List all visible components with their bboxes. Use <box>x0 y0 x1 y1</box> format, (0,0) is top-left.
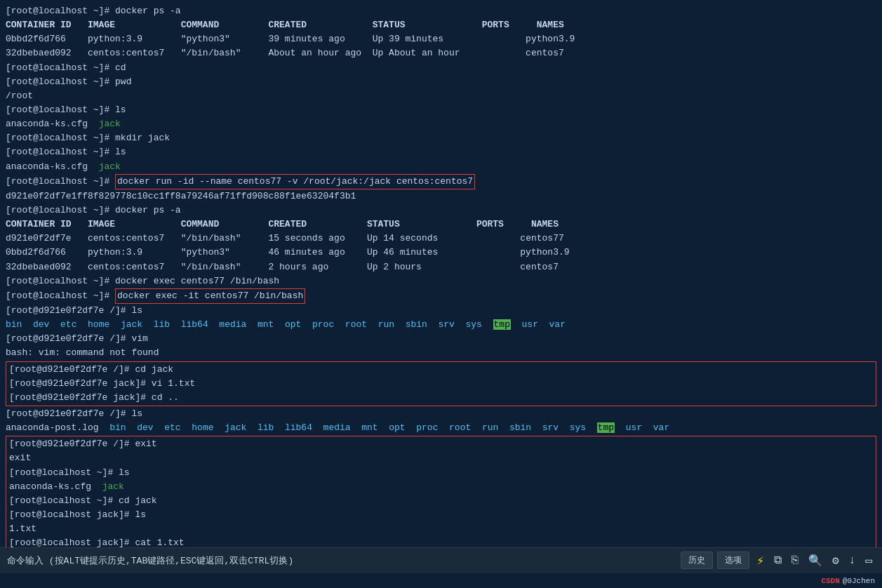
line-36: [root@localhost jack]# ls <box>9 508 873 522</box>
line-9: anaconda-ks.cfg jack <box>6 117 876 131</box>
line-23: bin dev etc home jack lib lib64 media mn… <box>6 318 876 332</box>
csdn-bar: CSDN @0Jchen <box>0 573 882 588</box>
line-12: anaconda-ks.cfg jack <box>6 160 876 174</box>
redbox-block-2: [root@d921e0f2df7e /]# exit exit [root@l… <box>6 436 876 547</box>
line-2: CONTAINER ID IMAGE COMMAND CREATED STATU… <box>6 18 876 32</box>
line-15: [root@localhost ~]# docker ps -a <box>6 203 876 218</box>
line-7: /root <box>6 89 876 103</box>
window-icon[interactable]: ▭ <box>862 552 875 569</box>
line-21: [root@localhost ~]# docker exec -it cent… <box>6 288 876 304</box>
history-button[interactable]: 历史 <box>681 552 713 569</box>
line-14: d921e0f2df7e1ff8f829778c10cc1ff8a79246af… <box>6 189 876 203</box>
line-30: anaconda-post.log bin dev etc home jack … <box>6 421 876 435</box>
line-10: [root@localhost ~]# mkdir jack <box>6 131 876 145</box>
line-8: [root@localhost ~]# ls <box>6 103 876 117</box>
line-3: 0bbd2f6d766 python:3.9 "python3" 39 minu… <box>6 32 876 46</box>
bottom-hint: 命令输入 (按ALT键提示历史,TAB键路径,ESC键返回,双击CTRL切换) <box>7 554 676 567</box>
line-4: 32dbebaed092 centos:centos7 "/bin/bash" … <box>6 46 876 60</box>
line-16: CONTAINER ID IMAGE COMMAND CREATED STATU… <box>6 218 876 232</box>
options-button[interactable]: 选项 <box>717 552 749 569</box>
line-19: 32dbebaed092 centos:centos7 "/bin/bash" … <box>6 260 876 274</box>
line-1: [root@localhost ~]# docker ps -a <box>6 4 876 18</box>
copy-icon[interactable]: ⧉ <box>771 552 784 568</box>
line-20: [root@localhost ~]# docker exec centos77… <box>6 274 876 288</box>
redbox-block-1: [root@d921e0f2df7e /]# cd jack [root@d92… <box>6 361 876 406</box>
line-37: 1.txt <box>9 522 873 536</box>
line-28: [root@d921e0f2df7e jack]# cd .. <box>9 391 873 405</box>
copy2-icon[interactable]: ⎘ <box>789 553 801 568</box>
line-34: anaconda-ks.cfg jack <box>9 480 873 494</box>
line-27: [root@d921e0f2df7e jack]# vi 1.txt <box>9 377 873 391</box>
line-18: 0bbd2f6d766 python:3.9 "python3" 46 minu… <box>6 246 876 260</box>
line-38: [root@localhost jack]# cat 1.txt <box>9 536 873 547</box>
line-24: [root@d921e0f2df7e /]# vim <box>6 332 876 346</box>
csdn-logo: CSDN <box>821 577 839 585</box>
settings-icon[interactable]: ⚙ <box>829 552 842 569</box>
line-32: exit <box>9 451 873 465</box>
line-5: [root@localhost ~]# cd <box>6 61 876 75</box>
bottom-bar: 命令输入 (按ALT键提示历史,TAB键路径,ESC键返回,双击CTRL切换) … <box>0 547 882 573</box>
line-11: [root@localhost ~]# ls <box>6 145 876 159</box>
download-icon[interactable]: ↓ <box>846 553 859 568</box>
terminal: [root@localhost ~]# docker ps -a CONTAIN… <box>0 0 882 547</box>
line-25: bash: vim: command not found <box>6 346 876 360</box>
line-31: [root@d921e0f2df7e /]# exit <box>9 437 873 451</box>
csdn-user: @0Jchen <box>843 577 875 585</box>
line-33: [root@localhost ~]# ls <box>9 466 873 480</box>
line-6: [root@localhost ~]# pwd <box>6 75 876 89</box>
line-17: d921e0f2df7e centos:centos7 "/bin/bash" … <box>6 232 876 246</box>
line-13: [root@localhost ~]# docker run -id --nam… <box>6 174 876 189</box>
lightning-icon[interactable]: ⚡ <box>754 552 767 570</box>
line-26: [root@d921e0f2df7e /]# cd jack <box>9 363 873 377</box>
line-35: [root@localhost ~]# cd jack <box>9 494 873 508</box>
search-icon[interactable]: 🔍 <box>806 552 825 569</box>
line-29: [root@d921e0f2df7e /]# ls <box>6 407 876 421</box>
line-22: [root@d921e0f2df7e /]# ls <box>6 304 876 318</box>
